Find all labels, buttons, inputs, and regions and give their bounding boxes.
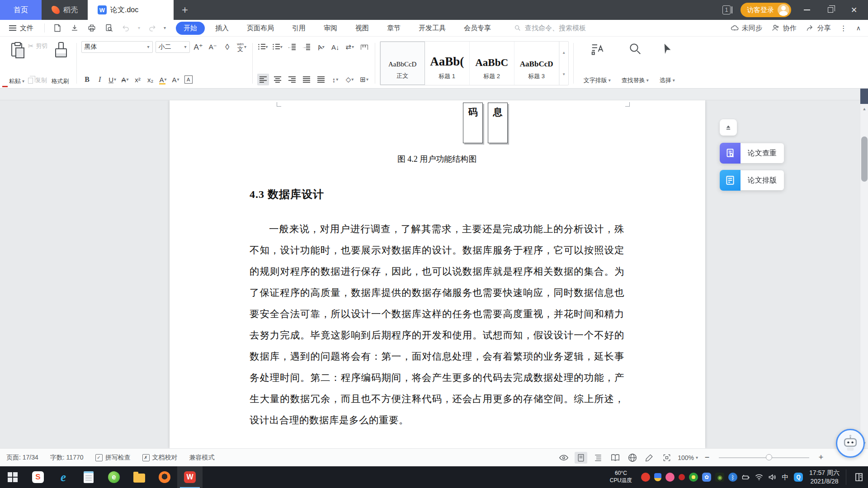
tab-references[interactable]: 引用 — [284, 22, 313, 35]
minimize-button[interactable] — [799, 4, 815, 16]
customize-toolbar-icon[interactable]: ▾ — [164, 26, 166, 30]
start-button[interactable] — [0, 466, 25, 488]
tab-home[interactable]: 首页 — [0, 0, 42, 20]
character-border-button[interactable]: A — [183, 74, 194, 85]
tab-insert[interactable]: 插入 — [208, 22, 236, 35]
document-page[interactable]: 码 息 图 4.2 用户功能结构图 4.3 数据库设计 一般来说，对用户进行调查… — [170, 100, 705, 448]
taskbar-app-media[interactable] — [152, 466, 177, 488]
cut-button[interactable]: ✂ 剪切 — [28, 42, 48, 50]
web-layout-button[interactable] — [626, 452, 639, 464]
taskbar-app-browser[interactable]: e — [101, 466, 127, 488]
bluetooth-icon[interactable]: ᛒ — [728, 473, 737, 482]
decrease-font-button[interactable]: A⁻ — [207, 41, 219, 53]
tab-member[interactable]: 会员专享 — [456, 22, 499, 35]
section-heading[interactable]: 4.3 数据库设计 — [250, 187, 624, 202]
outline-view-button[interactable] — [592, 452, 604, 464]
spell-check-button[interactable]: ✓ 拼写检查 — [95, 454, 131, 462]
wrap-button[interactable]: ⇄▾ — [344, 41, 356, 53]
ink-button[interactable] — [643, 452, 656, 464]
copy-button[interactable]: 复制 — [28, 76, 48, 84]
bullet-list-button[interactable]: ▾ — [257, 41, 269, 53]
text-direction-button[interactable]: A▾ — [315, 41, 327, 53]
cpu-temp-gadget[interactable]: 60°C CPU温度 — [610, 470, 632, 484]
ruler[interactable]: 7654321 12345678910111213141516171819202… — [0, 89, 868, 100]
tray-icon-dot[interactable] — [679, 474, 685, 480]
page-indicator[interactable]: 页面: 17/34 — [6, 454, 38, 462]
notification-center-button[interactable] — [850, 466, 868, 488]
borders-button[interactable]: ⊞▾ — [359, 74, 370, 85]
style-heading1[interactable]: AaBb( 标题 1 — [425, 42, 470, 85]
text-layout-button[interactable]: 文字排版▾ — [578, 40, 616, 86]
subscript-button[interactable]: x₂ — [145, 74, 156, 85]
tab-docer[interactable]: 稻壳 — [42, 0, 88, 20]
print-preview-button[interactable] — [104, 23, 114, 33]
panel-collapse-button[interactable] — [720, 119, 737, 136]
restore-button[interactable] — [823, 4, 838, 16]
zoom-out-button[interactable]: − — [703, 453, 712, 462]
increase-font-button[interactable]: A⁺ — [193, 41, 204, 53]
diagram-cell[interactable]: 码 — [463, 103, 483, 143]
body-paragraph[interactable]: 一般来说，对用户进行调查，了解其需求，主要还是完成功能上的分析设计，殊不知，设计… — [250, 219, 624, 431]
strikethrough-button[interactable]: A▾ — [119, 74, 131, 85]
window-list-button[interactable]: 1 — [722, 5, 732, 14]
pinyin-guide-button[interactable]: wén 文 ▾ — [236, 41, 248, 53]
undo-button[interactable] — [121, 23, 132, 33]
select-button[interactable]: 选择▾ — [654, 40, 680, 86]
save-button[interactable] — [52, 23, 63, 33]
taskbar-app-ie[interactable]: e — [51, 466, 76, 488]
tray-icon-red[interactable] — [641, 473, 650, 482]
increase-indent-button[interactable] — [301, 41, 312, 53]
tab-dev-tools[interactable]: 开发工具 — [411, 22, 453, 35]
superscript-button[interactable]: x² — [132, 74, 144, 85]
taskbar-clock[interactable]: 17:57 周六 2021/8/28 — [809, 469, 840, 486]
export-pdf-button[interactable] — [69, 23, 80, 33]
wps-assistant-robot[interactable] — [836, 429, 865, 458]
tray-icon-nvidia[interactable]: ◉ — [715, 473, 724, 482]
zoom-in-button[interactable]: + — [816, 453, 826, 462]
wifi-icon[interactable] — [755, 473, 764, 482]
shading-button[interactable]: ◇▾ — [344, 74, 356, 85]
print-button[interactable] — [86, 23, 97, 33]
scrollbar-thumb[interactable] — [861, 136, 868, 182]
close-button[interactable]: ✕ — [846, 4, 862, 16]
taskbar-app-notepad[interactable] — [76, 466, 101, 488]
align-left-button[interactable] — [257, 74, 269, 85]
align-right-button[interactable] — [286, 74, 298, 85]
taskbar-app-explorer[interactable] — [127, 466, 152, 488]
tab-review[interactable]: 审阅 — [316, 22, 345, 35]
volume-icon[interactable] — [768, 473, 777, 482]
zoom-level-select[interactable]: 100% ▾ — [678, 454, 698, 461]
redo-button[interactable] — [146, 23, 157, 33]
taskbar-app-wps[interactable]: W — [177, 466, 203, 488]
character-scale-button[interactable]: A↓ — [330, 41, 341, 53]
sync-status-button[interactable]: 未同步 — [730, 23, 762, 33]
paper-layout-button[interactable]: 论文排版 — [720, 170, 784, 191]
tray-icon-shield[interactable] — [654, 473, 661, 481]
tab-section[interactable]: 章节 — [379, 22, 408, 35]
style-heading2[interactable]: AaBbC 标题 2 — [470, 42, 514, 85]
tab-page-layout[interactable]: 页面布局 — [239, 22, 282, 35]
fit-page-button[interactable] — [660, 452, 673, 464]
line-spacing-button[interactable]: ↕▾ — [330, 74, 341, 85]
figure-caption[interactable]: 图 4.2 用户功能结构图 — [250, 154, 624, 164]
tab-stops-button[interactable] — [359, 41, 370, 53]
bold-button[interactable]: B — [81, 74, 93, 85]
decrease-indent-button[interactable] — [286, 41, 298, 53]
new-tab-button[interactable]: + — [174, 0, 196, 20]
page-view-button[interactable] — [575, 452, 587, 464]
numbered-list-button[interactable]: ▾ — [272, 41, 283, 53]
battery-icon[interactable] — [741, 473, 750, 482]
diagram-cell[interactable]: 息 — [488, 103, 508, 143]
word-count[interactable]: 字数: 11770 — [50, 454, 84, 462]
find-replace-button[interactable]: 查找替换▾ — [616, 40, 654, 86]
font-name-select[interactable]: 黑体 ▾ — [81, 41, 153, 53]
tab-document[interactable]: W 论文.doc — [88, 0, 174, 20]
font-size-select[interactable]: 小二 ▾ — [156, 41, 190, 53]
zoom-slider[interactable] — [719, 457, 809, 458]
clear-format-button[interactable]: ◊ — [222, 41, 233, 53]
collaborate-button[interactable]: 协作 — [771, 23, 797, 33]
tray-icon-antivirus[interactable] — [689, 473, 698, 482]
highlight-color-button[interactable]: A▾ — [157, 74, 169, 85]
tab-start[interactable]: 开始 — [176, 22, 205, 35]
scroll-up-icon[interactable]: ▲ — [860, 107, 868, 111]
